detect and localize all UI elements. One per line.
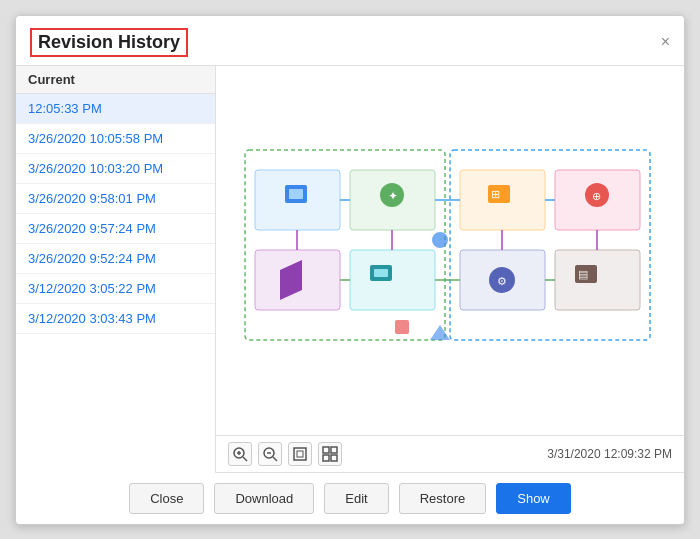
dialog-title: Revision History	[30, 28, 188, 57]
zoom-out-button[interactable]	[258, 442, 282, 466]
show-button[interactable]: Show	[496, 483, 571, 514]
svg-rect-11	[289, 189, 303, 199]
sidebar-item[interactable]: 3/26/2020 9:58:01 PM	[16, 184, 215, 214]
dialog-header: Revision History ×	[16, 16, 684, 66]
restore-button[interactable]: Restore	[399, 483, 487, 514]
svg-text:⚙: ⚙	[497, 275, 507, 287]
diagram-svg: ✦ ⊞ ⊕ ⚙	[240, 140, 660, 360]
diagram-timestamp: 3/31/2020 12:09:32 PM	[547, 447, 672, 461]
reset-view-button[interactable]	[318, 442, 342, 466]
fit-page-icon	[292, 446, 308, 462]
zoom-in-button[interactable]	[228, 442, 252, 466]
download-button[interactable]: Download	[214, 483, 314, 514]
svg-rect-49	[323, 455, 329, 461]
sidebar-item[interactable]: 3/26/2020 10:05:58 PM	[16, 124, 215, 154]
svg-rect-45	[294, 448, 306, 460]
svg-rect-37	[395, 320, 409, 334]
zoom-in-icon	[232, 446, 248, 462]
svg-rect-47	[323, 447, 329, 453]
sidebar-item[interactable]: 12:05:33 PM	[16, 94, 215, 124]
sidebar-items: 12:05:33 PM3/26/2020 10:05:58 PM3/26/202…	[16, 94, 215, 334]
svg-text:✦: ✦	[388, 189, 398, 203]
zoom-controls	[228, 442, 342, 466]
svg-marker-36	[430, 325, 450, 340]
svg-text:⊞: ⊞	[491, 188, 500, 200]
svg-line-43	[273, 457, 277, 461]
sidebar-item[interactable]: 3/26/2020 10:03:20 PM	[16, 154, 215, 184]
reset-view-icon	[322, 446, 338, 462]
svg-line-39	[243, 457, 247, 461]
svg-point-35	[432, 232, 448, 248]
main-content: ✦ ⊞ ⊕ ⚙	[216, 66, 684, 473]
close-button[interactable]: Close	[129, 483, 204, 514]
svg-text:⊕: ⊕	[592, 190, 601, 202]
toolbar-area: 3/31/2020 12:09:32 PM	[216, 436, 684, 473]
svg-rect-20	[374, 269, 388, 277]
sidebar-item[interactable]: 3/26/2020 9:52:24 PM	[16, 244, 215, 274]
sidebar: Current 12:05:33 PM3/26/2020 10:05:58 PM…	[16, 66, 216, 473]
svg-rect-46	[297, 451, 303, 457]
svg-text:▤: ▤	[578, 268, 588, 280]
close-icon[interactable]: ×	[661, 34, 670, 50]
diagram-area: ✦ ⊞ ⊕ ⚙	[216, 66, 684, 436]
edit-button[interactable]: Edit	[324, 483, 388, 514]
diagram-placeholder: ✦ ⊞ ⊕ ⚙	[216, 66, 684, 435]
svg-rect-7	[350, 250, 435, 310]
sidebar-item[interactable]: 3/26/2020 9:57:24 PM	[16, 214, 215, 244]
svg-rect-50	[331, 455, 337, 461]
fit-page-button[interactable]	[288, 442, 312, 466]
zoom-out-icon	[262, 446, 278, 462]
revision-history-dialog: Revision History × Current 12:05:33 PM3/…	[15, 15, 685, 525]
sidebar-section-header: Current	[16, 66, 215, 94]
sidebar-item[interactable]: 3/12/2020 3:05:22 PM	[16, 274, 215, 304]
svg-rect-48	[331, 447, 337, 453]
sidebar-item[interactable]: 3/12/2020 3:03:43 PM	[16, 304, 215, 334]
dialog-body: Current 12:05:33 PM3/26/2020 10:05:58 PM…	[16, 66, 684, 473]
dialog-footer: Close Download Edit Restore Show	[16, 473, 684, 524]
svg-rect-9	[555, 250, 640, 310]
